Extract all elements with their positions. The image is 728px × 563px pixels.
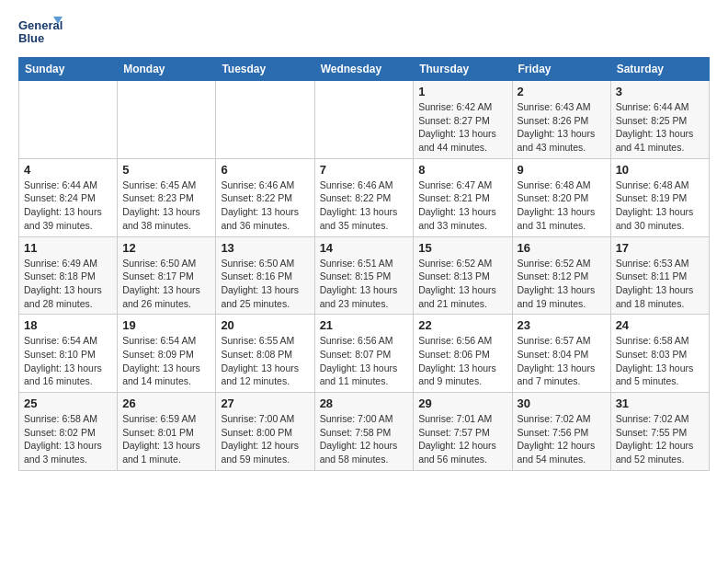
calendar-cell (216, 81, 314, 159)
day-number: 8 (418, 163, 506, 177)
header: General Blue (18, 15, 710, 53)
day-info: Sunrise: 7:02 AM Sunset: 7:55 PM Dayligh… (616, 412, 704, 466)
day-info: Sunrise: 6:58 AM Sunset: 8:02 PM Dayligh… (24, 412, 112, 466)
calendar-cell: 11Sunrise: 6:49 AM Sunset: 8:18 PM Dayli… (19, 236, 118, 315)
calendar-cell: 19Sunrise: 6:54 AM Sunset: 8:09 PM Dayli… (118, 315, 216, 393)
calendar-cell: 3Sunrise: 6:44 AM Sunset: 8:25 PM Daylig… (610, 81, 709, 159)
calendar-cell: 22Sunrise: 6:56 AM Sunset: 8:06 PM Dayli… (414, 315, 512, 393)
day-number: 26 (122, 396, 210, 410)
calendar-cell: 6Sunrise: 6:46 AM Sunset: 8:22 PM Daylig… (216, 158, 314, 236)
logo-svg: General Blue (18, 15, 64, 53)
calendar-cell: 25Sunrise: 6:58 AM Sunset: 8:02 PM Dayli… (19, 393, 118, 471)
day-number: 13 (221, 241, 309, 255)
day-info: Sunrise: 6:46 AM Sunset: 8:22 PM Dayligh… (221, 178, 309, 233)
day-number: 28 (320, 396, 409, 410)
col-header-saturday: Saturday (610, 58, 709, 81)
calendar-cell: 26Sunrise: 6:59 AM Sunset: 8:01 PM Dayli… (118, 393, 216, 471)
calendar-cell: 20Sunrise: 6:55 AM Sunset: 8:08 PM Dayli… (216, 315, 314, 393)
day-number: 25 (24, 396, 112, 410)
day-info: Sunrise: 6:43 AM Sunset: 8:26 PM Dayligh… (518, 100, 606, 155)
day-info: Sunrise: 6:56 AM Sunset: 8:07 PM Dayligh… (320, 334, 409, 388)
day-info: Sunrise: 6:52 AM Sunset: 8:12 PM Dayligh… (518, 257, 606, 311)
day-info: Sunrise: 6:48 AM Sunset: 8:20 PM Dayligh… (518, 178, 606, 233)
day-info: Sunrise: 6:55 AM Sunset: 8:08 PM Dayligh… (221, 334, 309, 388)
day-info: Sunrise: 6:53 AM Sunset: 8:11 PM Dayligh… (616, 257, 704, 311)
day-number: 2 (518, 85, 606, 98)
svg-text:Blue: Blue (18, 31, 44, 45)
calendar-cell: 13Sunrise: 6:50 AM Sunset: 8:16 PM Dayli… (216, 236, 314, 315)
day-info: Sunrise: 6:42 AM Sunset: 8:27 PM Dayligh… (418, 100, 506, 155)
calendar-cell: 4Sunrise: 6:44 AM Sunset: 8:24 PM Daylig… (19, 158, 118, 236)
calendar-cell: 1Sunrise: 6:42 AM Sunset: 8:27 PM Daylig… (414, 81, 512, 159)
day-number: 14 (320, 241, 409, 255)
day-number: 30 (518, 396, 606, 410)
day-number: 27 (221, 396, 309, 410)
day-info: Sunrise: 6:49 AM Sunset: 8:18 PM Dayligh… (24, 257, 112, 311)
day-number: 7 (320, 163, 409, 177)
calendar-cell: 29Sunrise: 7:01 AM Sunset: 7:57 PM Dayli… (414, 393, 512, 471)
day-info: Sunrise: 6:57 AM Sunset: 8:04 PM Dayligh… (518, 334, 606, 388)
col-header-monday: Monday (118, 58, 216, 81)
calendar-cell (314, 81, 414, 159)
day-info: Sunrise: 6:51 AM Sunset: 8:15 PM Dayligh… (320, 257, 409, 311)
day-info: Sunrise: 6:50 AM Sunset: 8:17 PM Dayligh… (122, 257, 210, 311)
calendar-cell: 10Sunrise: 6:48 AM Sunset: 8:19 PM Dayli… (610, 158, 709, 236)
logo: General Blue (18, 15, 64, 53)
day-number: 24 (616, 318, 704, 332)
calendar-cell: 30Sunrise: 7:02 AM Sunset: 7:56 PM Dayli… (512, 393, 610, 471)
calendar-cell: 18Sunrise: 6:54 AM Sunset: 8:10 PM Dayli… (19, 315, 118, 393)
day-number: 10 (616, 163, 704, 177)
calendar-cell: 16Sunrise: 6:52 AM Sunset: 8:12 PM Dayli… (512, 236, 610, 315)
day-number: 1 (418, 85, 506, 98)
calendar-cell: 15Sunrise: 6:52 AM Sunset: 8:13 PM Dayli… (414, 236, 512, 315)
calendar-cell: 12Sunrise: 6:50 AM Sunset: 8:17 PM Dayli… (118, 236, 216, 315)
day-info: Sunrise: 6:58 AM Sunset: 8:03 PM Dayligh… (616, 334, 704, 388)
calendar-cell: 14Sunrise: 6:51 AM Sunset: 8:15 PM Dayli… (314, 236, 414, 315)
calendar-cell: 7Sunrise: 6:46 AM Sunset: 8:22 PM Daylig… (314, 158, 414, 236)
calendar-cell: 2Sunrise: 6:43 AM Sunset: 8:26 PM Daylig… (512, 81, 610, 159)
day-number: 20 (221, 318, 309, 332)
calendar-table: SundayMondayTuesdayWednesdayThursdayFrid… (18, 57, 710, 471)
calendar-cell (19, 81, 118, 159)
calendar-cell: 17Sunrise: 6:53 AM Sunset: 8:11 PM Dayli… (610, 236, 709, 315)
calendar-cell: 31Sunrise: 7:02 AM Sunset: 7:55 PM Dayli… (610, 393, 709, 471)
day-info: Sunrise: 6:44 AM Sunset: 8:25 PM Dayligh… (616, 100, 704, 155)
day-number: 12 (122, 241, 210, 255)
col-header-thursday: Thursday (414, 58, 512, 81)
day-number: 19 (122, 318, 210, 332)
day-number: 11 (24, 241, 112, 255)
day-number: 17 (616, 241, 704, 255)
day-info: Sunrise: 6:54 AM Sunset: 8:09 PM Dayligh… (122, 334, 210, 388)
day-info: Sunrise: 6:46 AM Sunset: 8:22 PM Dayligh… (320, 178, 409, 233)
day-number: 4 (24, 163, 112, 177)
calendar-cell: 27Sunrise: 7:00 AM Sunset: 8:00 PM Dayli… (216, 393, 314, 471)
day-number: 3 (616, 85, 704, 98)
day-info: Sunrise: 6:50 AM Sunset: 8:16 PM Dayligh… (221, 257, 309, 311)
day-info: Sunrise: 7:01 AM Sunset: 7:57 PM Dayligh… (418, 412, 506, 466)
day-number: 18 (24, 318, 112, 332)
day-info: Sunrise: 7:00 AM Sunset: 7:58 PM Dayligh… (320, 412, 409, 466)
day-info: Sunrise: 6:44 AM Sunset: 8:24 PM Dayligh… (24, 178, 112, 233)
day-info: Sunrise: 6:56 AM Sunset: 8:06 PM Dayligh… (418, 334, 506, 388)
day-number: 6 (221, 163, 309, 177)
calendar-cell: 8Sunrise: 6:47 AM Sunset: 8:21 PM Daylig… (414, 158, 512, 236)
col-header-friday: Friday (512, 58, 610, 81)
day-number: 31 (616, 396, 704, 410)
calendar-cell: 5Sunrise: 6:45 AM Sunset: 8:23 PM Daylig… (118, 158, 216, 236)
day-info: Sunrise: 6:47 AM Sunset: 8:21 PM Dayligh… (418, 178, 506, 233)
day-info: Sunrise: 7:02 AM Sunset: 7:56 PM Dayligh… (518, 412, 606, 466)
day-number: 16 (518, 241, 606, 255)
day-number: 21 (320, 318, 409, 332)
calendar-cell: 24Sunrise: 6:58 AM Sunset: 8:03 PM Dayli… (610, 315, 709, 393)
day-number: 23 (518, 318, 606, 332)
day-number: 15 (418, 241, 506, 255)
day-info: Sunrise: 6:52 AM Sunset: 8:13 PM Dayligh… (418, 257, 506, 311)
day-number: 29 (418, 396, 506, 410)
day-info: Sunrise: 7:00 AM Sunset: 8:00 PM Dayligh… (221, 412, 309, 466)
calendar-cell: 21Sunrise: 6:56 AM Sunset: 8:07 PM Dayli… (314, 315, 414, 393)
day-number: 5 (122, 163, 210, 177)
day-info: Sunrise: 6:48 AM Sunset: 8:19 PM Dayligh… (616, 178, 704, 233)
calendar-cell: 28Sunrise: 7:00 AM Sunset: 7:58 PM Dayli… (314, 393, 414, 471)
day-info: Sunrise: 6:59 AM Sunset: 8:01 PM Dayligh… (122, 412, 210, 466)
calendar-cell: 23Sunrise: 6:57 AM Sunset: 8:04 PM Dayli… (512, 315, 610, 393)
